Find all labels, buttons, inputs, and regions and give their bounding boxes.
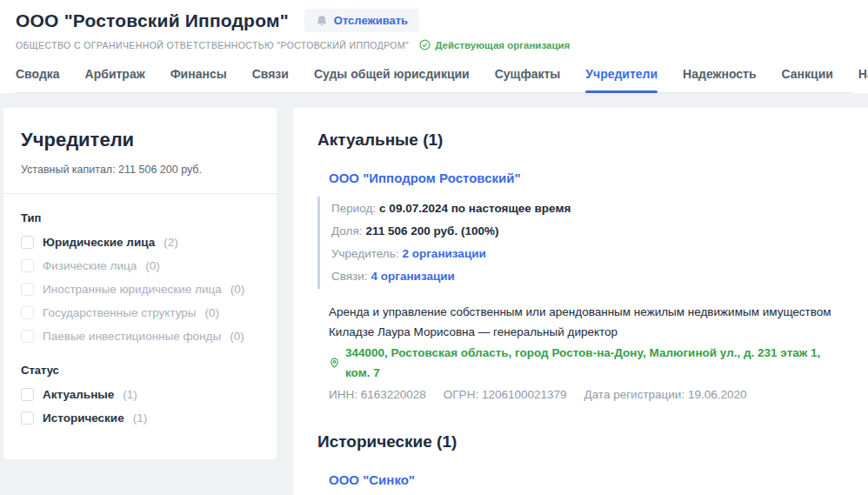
location-pin-icon bbox=[329, 357, 340, 369]
checkbox-legal-entities[interactable] bbox=[21, 236, 34, 249]
founder-company-link[interactable]: ООО "Ипподром Ростовский" bbox=[329, 171, 521, 185]
filter-government-structures[interactable]: Государственные структуры (0) bbox=[21, 306, 259, 319]
reg-date-item: Дата регистрации: 19.06.2020 bbox=[584, 385, 747, 405]
filter-group-status-title: Статус bbox=[21, 364, 259, 377]
checkbox-individuals[interactable] bbox=[21, 259, 34, 272]
sidebar-title: Учредители bbox=[21, 129, 259, 151]
meta-row: ИНН: 6163220028 ОГРН: 1206100021379 Дата… bbox=[329, 385, 842, 405]
tab-svyazi[interactable]: Связи bbox=[252, 64, 289, 92]
filter-historical[interactable]: Исторические (1) bbox=[21, 411, 259, 425]
detail-connections: Связи:4 организации bbox=[331, 265, 842, 288]
tab-nadezhnost[interactable]: Надежность bbox=[683, 64, 756, 92]
historical-company-link[interactable]: ООО "Синко" bbox=[329, 472, 415, 487]
filter-actual[interactable]: Актуальные (1) bbox=[21, 388, 259, 401]
follow-button[interactable]: Отслеживать bbox=[304, 9, 419, 32]
checkbox-government-structures[interactable] bbox=[21, 306, 34, 319]
filter-individuals[interactable]: Физические лица (0) bbox=[21, 259, 259, 272]
founders-filter-sidebar: Учредители Уставный капитал: 211 506 200… bbox=[3, 108, 277, 459]
address-link[interactable]: 344000, Ростовская область, город Ростов… bbox=[345, 343, 842, 383]
checkbox-actual[interactable] bbox=[21, 388, 34, 401]
founders-main-panel: Актуальные (1) ООО "Ипподром Ростовский"… bbox=[293, 108, 868, 495]
status-badge-label: Действующая организация bbox=[435, 40, 570, 50]
director-line: Киладзе Лаура Морисовна — генеральный ди… bbox=[329, 322, 842, 342]
founder-details: Период:с 09.07.2024 по настоящее время Д… bbox=[317, 197, 842, 289]
check-circle-icon bbox=[419, 39, 431, 50]
address-row: 344000, Ростовская область, город Ростов… bbox=[329, 343, 842, 383]
detail-period: Период:с 09.07.2024 по настоящее время bbox=[331, 197, 842, 220]
founder-orgs-link[interactable]: 2 организации bbox=[403, 247, 486, 260]
tab-suschfakty[interactable]: Сущфакты bbox=[495, 64, 561, 92]
filter-investment-funds[interactable]: Паевые инвестиционные фонды (0) bbox=[21, 330, 259, 343]
ogrn-item: ОГРН: 1206100021379 bbox=[444, 385, 567, 405]
follow-button-label: Отслеживать bbox=[334, 14, 408, 27]
founder-company-info: Аренда и управление собственным или арен… bbox=[329, 302, 842, 405]
bell-icon bbox=[316, 15, 328, 27]
filter-legal-entities[interactable]: Юридические лица (2) bbox=[21, 236, 259, 249]
checkbox-foreign-legal-entities[interactable] bbox=[21, 283, 34, 296]
historical-founders-section: Исторические (1) ООО "Синко" Период:с 04… bbox=[317, 432, 842, 495]
filter-group-type-title: Тип bbox=[21, 211, 259, 224]
company-full-name: ОБЩЕСТВО С ОГРАНИЧЕННОЙ ОТВЕТСТВЕННОСТЬЮ… bbox=[16, 40, 409, 50]
status-badge: Действующая организация bbox=[419, 39, 570, 50]
actual-section-heading: Актуальные (1) bbox=[317, 130, 842, 150]
activity-description: Аренда и управление собственным или арен… bbox=[329, 302, 842, 322]
actual-founders-section: Актуальные (1) ООО "Ипподром Ростовский"… bbox=[317, 130, 842, 405]
inn-item: ИНН: 6163220028 bbox=[329, 385, 426, 405]
detail-founder-count: Учредитель:2 организации bbox=[331, 243, 842, 265]
tab-uchrediteli-active[interactable]: Учредители bbox=[585, 64, 658, 92]
checkbox-historical[interactable] bbox=[21, 411, 34, 425]
checkbox-investment-funds[interactable] bbox=[21, 330, 34, 343]
tab-sankcii[interactable]: Санкции bbox=[782, 64, 833, 92]
tab-finansy[interactable]: Финансы bbox=[170, 64, 227, 92]
historical-section-heading: Исторические (1) bbox=[317, 432, 842, 452]
company-header: ООО "Ростовский Ипподром" Отслеживать ОБ… bbox=[0, 0, 868, 93]
page-title: ООО "Ростовский Ипподром" bbox=[16, 10, 289, 31]
tab-arbitrazh[interactable]: Арбитраж bbox=[85, 64, 145, 92]
tab-nalogi[interactable]: Налоги bbox=[858, 64, 868, 92]
detail-share: Доля:211 506 200 руб. (100%) bbox=[331, 220, 842, 243]
tab-bar: Сводка Арбитраж Финансы Связи Суды общей… bbox=[16, 64, 852, 93]
sidebar-divider bbox=[3, 193, 277, 194]
tab-svodka[interactable]: Сводка bbox=[16, 64, 60, 92]
filter-foreign-legal-entities[interactable]: Иностранные юридические лица (0) bbox=[21, 283, 259, 296]
connections-link[interactable]: 4 организации bbox=[371, 270, 455, 283]
charter-capital: Уставный капитал: 211 506 200 руб. bbox=[21, 164, 259, 176]
tab-sudy[interactable]: Суды общей юрисдикции bbox=[314, 64, 470, 92]
